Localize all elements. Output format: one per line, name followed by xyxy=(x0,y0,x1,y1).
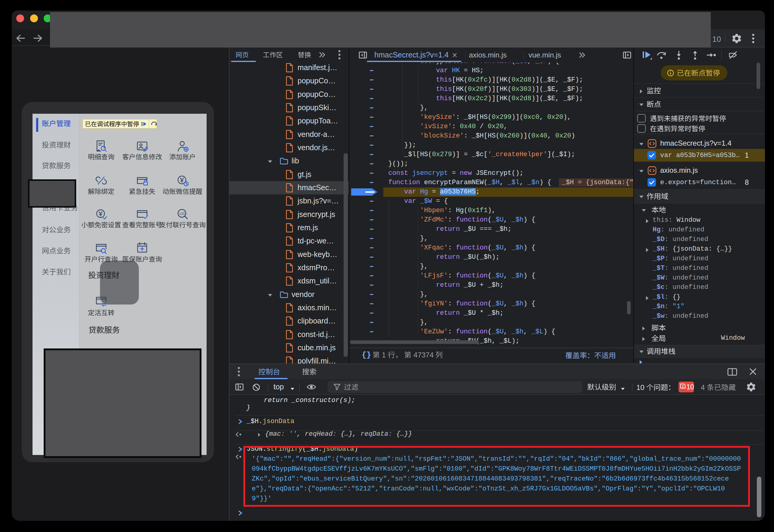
svg-text:123: 123 xyxy=(179,212,184,215)
